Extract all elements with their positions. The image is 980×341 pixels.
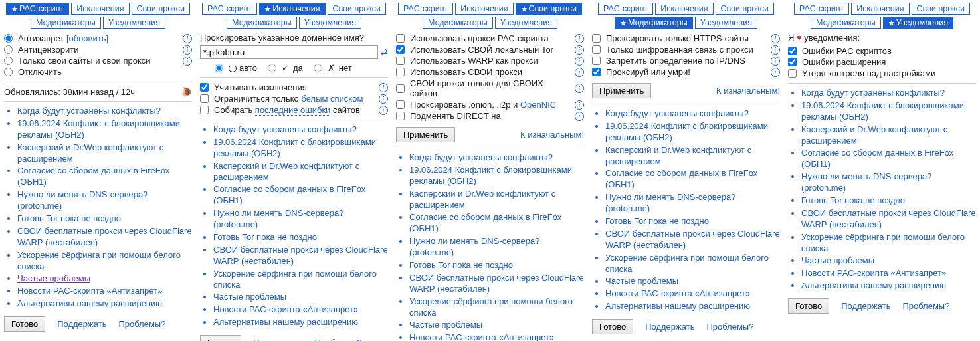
chk-lost-control[interactable]: [788, 69, 797, 78]
chk-own-only[interactable]: [396, 84, 405, 93]
faq-link[interactable]: 19.06.2024 Конфликт с блокировщиками рек…: [409, 165, 572, 186]
problems-link[interactable]: Проблемы?: [314, 338, 361, 341]
ready-button[interactable]: Готово: [4, 316, 45, 332]
tab-pac[interactable]: PAC-скрипт: [794, 3, 849, 15]
chk-encrypted[interactable]: [592, 45, 601, 54]
faq-link[interactable]: Готовь Tor пока не поздно: [605, 216, 709, 226]
faq-link[interactable]: Когда будут устранены конфликты?: [17, 106, 161, 116]
faq-link[interactable]: Касперский и Dr.Web конфликтуют с расшир…: [409, 189, 555, 210]
faq-link[interactable]: Согласие со сбором данных в FireFox (ОБН…: [605, 168, 757, 189]
radio-auto[interactable]: авто: [215, 63, 257, 73]
tab-mods[interactable]: Модификаторы: [227, 17, 297, 29]
faq-link[interactable]: Альтернативы нашему расширению: [17, 298, 162, 308]
tab-own-proxies[interactable]: Свои прокси: [328, 3, 386, 15]
problems-link[interactable]: Проблемы?: [902, 301, 949, 311]
tab-notif[interactable]: Уведомления: [495, 17, 557, 29]
faq-link[interactable]: Альтернативы нашему расширению: [605, 301, 750, 311]
info-icon[interactable]: i: [771, 34, 780, 43]
chk-whitelist[interactable]: [200, 94, 209, 103]
tab-pac[interactable]: PAC-скрипт: [598, 3, 653, 15]
faq-link[interactable]: Новости PAC-скрипта «Антизапрет»: [213, 304, 358, 314]
label-off[interactable]: Отключить: [18, 67, 192, 77]
tab-exceptions[interactable]: ★Исключения: [259, 3, 325, 15]
label-onion[interactable]: Проксировать .onion, .i2p и OpenNIC: [410, 100, 572, 110]
chk-own-tor[interactable]: [396, 45, 405, 54]
support-link[interactable]: Поддержать: [841, 301, 890, 311]
faq-link[interactable]: Частые проблемы: [605, 276, 678, 286]
faq-link[interactable]: СВОИ бесплатные прокси через CloudFlare …: [213, 245, 388, 266]
faq-link[interactable]: Ускорение сёрфинга при помощи белого спи…: [213, 269, 377, 290]
faq-link[interactable]: Ускорение сёрфинга при помощи белого спи…: [801, 232, 965, 253]
tab-exceptions[interactable]: Исключения: [851, 3, 909, 15]
apply-button[interactable]: Применить: [592, 83, 651, 98]
swap-icon[interactable]: ⇄: [381, 47, 388, 57]
faq-link[interactable]: Когда будут устранены конфликты?: [213, 124, 357, 134]
faq-link[interactable]: Нужно ли менять DNS-сервера? (proton.me): [17, 189, 147, 211]
faq-link[interactable]: 19.06.2024 Конфликт с блокировщиками рек…: [213, 137, 376, 158]
whitelist-link[interactable]: белым списком: [301, 94, 363, 104]
info-icon[interactable]: i: [183, 34, 192, 43]
label-anticensority[interactable]: Антицензорити: [18, 45, 180, 55]
faq-link[interactable]: 19.06.2024 Конфликт с блокировщиками рек…: [801, 100, 964, 122]
tab-notif[interactable]: Уведомления: [695, 17, 757, 29]
label-antizapret[interactable]: Антизапрет [обновить]: [18, 33, 180, 43]
faq-link[interactable]: 19.06.2024 Конфликт с блокировщиками рек…: [17, 118, 180, 140]
faq-link[interactable]: 19.06.2024 Конфликт с блокировщиками рек…: [605, 121, 768, 142]
info-icon[interactable]: i: [575, 100, 584, 110]
tab-notif[interactable]: ★Уведомления: [883, 17, 953, 29]
tab-notif[interactable]: Уведомления: [299, 17, 361, 29]
faq-link[interactable]: Касперский и Dr.Web конфликтуют с расшир…: [801, 124, 947, 146]
faq-link[interactable]: СВОИ бесплатные прокси через CloudFlare …: [17, 226, 192, 247]
faq-link[interactable]: Частые проблемы: [801, 255, 874, 265]
label-own-tor[interactable]: Использовать СВОЙ локальный Tor: [410, 45, 572, 55]
info-icon[interactable]: i: [575, 57, 584, 66]
faq-link[interactable]: СВОИ бесплатные прокси через CloudFlare …: [801, 208, 976, 229]
label-proxy-or-die[interactable]: Проксируй или умри!: [606, 67, 768, 77]
info-icon[interactable]: i: [771, 68, 780, 77]
chk-pac-errors[interactable]: [788, 47, 797, 55]
tab-own-proxies[interactable]: Свои прокси: [132, 3, 190, 15]
faq-link[interactable]: Готовь Tor пока не поздно: [801, 195, 905, 205]
radio-own-sites[interactable]: [4, 57, 13, 65]
tab-exceptions[interactable]: Исключения: [655, 3, 713, 15]
label-ext-errors[interactable]: Ошибки расширения: [802, 57, 976, 67]
faq-link[interactable]: Нужно ли менять DNS-сервера? (proton.me): [213, 208, 343, 229]
radio-antizapret[interactable]: [4, 34, 13, 43]
reset-link[interactable]: К изначальным!: [716, 86, 780, 96]
info-icon[interactable]: i: [379, 83, 388, 92]
faq-link[interactable]: Когда будут устранены конфликты?: [605, 108, 749, 118]
label-whitelist[interactable]: Ограничиться только белым списком: [214, 94, 376, 104]
faq-link[interactable]: Новости PAC-скрипта «Антизапрет»: [17, 286, 162, 296]
faq-link[interactable]: Новости PAC-скрипта «Антизапрет»: [605, 288, 750, 298]
label-pac-errors[interactable]: Ошибки PAC скриптов: [802, 46, 976, 56]
faq-link[interactable]: Когда будут устранены конфликты?: [801, 88, 945, 98]
faq-link[interactable]: Готовь Tor пока не поздно: [213, 232, 317, 242]
faq-link[interactable]: Альтернативы нашему расширению: [213, 317, 358, 327]
faq-link[interactable]: Новости PAC-скрипта «Антизапрет»: [801, 268, 946, 278]
label-https-only[interactable]: Проксировать только HTTPS-сайты: [606, 33, 768, 43]
support-link[interactable]: Поддержать: [253, 338, 302, 341]
ready-button[interactable]: Готово: [200, 335, 241, 341]
tab-mods[interactable]: ★Модификаторы: [615, 17, 693, 29]
info-icon[interactable]: i: [379, 94, 388, 104]
faq-link[interactable]: Ускорение сёрфинга при помощи белого спи…: [17, 250, 181, 271]
apply-button[interactable]: Применить: [396, 127, 455, 142]
chk-ext-errors[interactable]: [788, 58, 797, 66]
tab-notif[interactable]: Уведомления: [103, 17, 165, 29]
support-link[interactable]: Поддержать: [57, 319, 106, 329]
label-warp[interactable]: Использовать WARP как прокси: [410, 56, 572, 66]
label-own-sites[interactable]: Только свои сайты и свои прокси: [18, 56, 180, 66]
label-exceptions[interactable]: Учитывать исключения: [214, 82, 376, 92]
faq-link[interactable]: Согласие со сбором данных в FireFox (ОБН…: [801, 148, 953, 169]
errors-link[interactable]: последние ошибки: [255, 105, 330, 116]
tab-exceptions[interactable]: Исключения: [455, 3, 513, 15]
info-icon[interactable]: i: [771, 45, 780, 55]
faq-link[interactable]: Согласие со сбором данных в FireFox (ОБН…: [17, 166, 169, 187]
problems-link[interactable]: Проблемы?: [706, 322, 753, 332]
info-icon[interactable]: i: [575, 34, 584, 43]
label-use-pac-proxy[interactable]: Использовать прокси PAC-скрипта: [410, 33, 572, 43]
problems-link[interactable]: Проблемы?: [118, 319, 165, 329]
support-link[interactable]: Поддержать: [645, 322, 694, 332]
label-errors[interactable]: Собирать последние ошибки сайтов: [214, 105, 376, 115]
ready-button[interactable]: Готово: [592, 319, 633, 334]
